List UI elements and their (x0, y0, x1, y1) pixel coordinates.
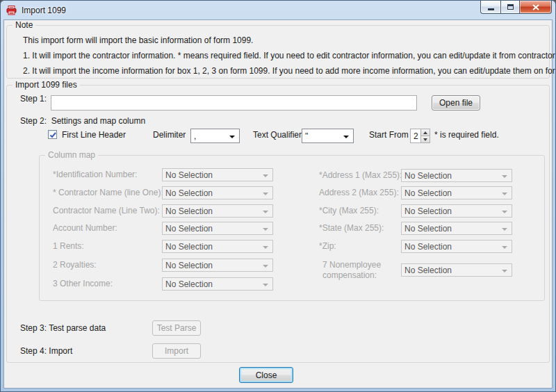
chevron-down-icon (502, 270, 507, 272)
maximize-icon (507, 4, 514, 10)
arrow-down-icon (423, 138, 427, 141)
contractor-name-line-two-label: Contractor Name (Line Two): (53, 206, 160, 216)
chevron-down-icon (229, 136, 235, 138)
royalties-select[interactable]: No Selection (162, 259, 273, 272)
import-1099-window: Import 1099 Note This import form will i… (0, 0, 556, 392)
combo-value: No Selection (404, 188, 452, 198)
close-icon (532, 4, 539, 10)
chevron-down-icon (263, 228, 268, 231)
contractor-name-line-one-select[interactable]: No Selection (162, 186, 273, 199)
step3-label: Step 3: Test parse data (20, 323, 106, 334)
zip-select[interactable]: No Selection (401, 240, 512, 253)
address2-select[interactable]: No Selection (401, 186, 512, 199)
chevron-down-icon (263, 193, 268, 195)
zip-label: *Zip: (319, 241, 336, 252)
combo-value: No Selection (165, 188, 213, 198)
import-button[interactable]: Import (152, 343, 201, 359)
identification-number-select[interactable]: No Selection (162, 168, 273, 181)
column-map-group-label: Column map (45, 150, 98, 161)
first-line-header-checkbox[interactable] (48, 130, 57, 139)
rents-select[interactable]: No Selection (162, 240, 273, 253)
chevron-down-icon (502, 228, 507, 231)
step4-label: Step 4: Import (20, 346, 72, 357)
nonemployee-compensation-select[interactable]: No Selection (401, 263, 512, 277)
chevron-down-icon (502, 211, 507, 213)
chevron-down-icon (263, 174, 268, 177)
note-text: This import form will import the basic i… (23, 33, 542, 79)
city-select[interactable]: No Selection (401, 204, 512, 218)
delimiter-label: Delimiter (153, 130, 186, 140)
chevron-down-icon (263, 284, 268, 286)
state-select[interactable]: No Selection (401, 222, 512, 235)
chevron-down-icon (263, 246, 268, 249)
chevron-down-icon (263, 211, 268, 213)
step2-label: Step 2: Settings and map column (20, 116, 145, 126)
account-number-select[interactable]: No Selection (162, 222, 273, 235)
minimize-button[interactable] (480, 1, 500, 14)
combo-value: No Selection (404, 266, 452, 275)
combo-value: No Selection (404, 242, 452, 252)
other-income-label: 3 Other Income: (53, 279, 113, 289)
contractor-name-line-one-label: * Contractor Name (line One): (53, 188, 163, 198)
combo-value: No Selection (404, 171, 452, 181)
minimize-icon (488, 8, 494, 10)
chevron-down-icon (502, 175, 507, 178)
text-qualifier-label: Text Qualifier (253, 130, 302, 140)
text-qualifier-value: " (305, 131, 308, 141)
combo-value: No Selection (165, 279, 213, 289)
state-label: *State (Max 255): (319, 223, 384, 234)
combo-value: No Selection (165, 261, 213, 270)
close-window-button[interactable] (520, 1, 552, 14)
identification-number-label: *Identification Number: (53, 170, 137, 180)
dialog-body: Note This import form will import the ba… (3, 19, 553, 389)
combo-value: No Selection (404, 206, 452, 216)
address2-label: Address 2 (Max 255): (319, 188, 399, 198)
other-income-select[interactable]: No Selection (162, 277, 273, 291)
note-line-1: This import form will import the basic i… (23, 33, 542, 48)
address1-label: *Address 1 (Max 255): (319, 170, 402, 181)
combo-value: No Selection (404, 224, 452, 234)
file-path-input[interactable] (51, 95, 417, 111)
step1-label: Step 1: (20, 94, 47, 104)
maximize-button[interactable] (500, 1, 520, 14)
combo-value: No Selection (165, 206, 213, 216)
address1-select[interactable]: No Selection (401, 169, 512, 182)
delimiter-value: , (194, 131, 196, 141)
note-group-label: Note (13, 20, 35, 31)
caption-buttons (480, 1, 552, 14)
close-button[interactable]: Close (239, 367, 293, 383)
start-from-line-stepper[interactable]: 2 (410, 129, 430, 143)
chevron-down-icon (502, 193, 507, 195)
open-file-button[interactable]: Open file (432, 95, 480, 111)
chevron-down-icon (343, 136, 349, 138)
start-from-line-value: 2 (414, 131, 418, 141)
combo-value: No Selection (165, 170, 213, 180)
note-group: Note This import form will import the ba… (6, 25, 550, 79)
combo-value: No Selection (165, 224, 213, 234)
royalties-label: 2 Royalties: (53, 260, 97, 270)
chevron-down-icon (502, 246, 507, 249)
chevron-down-icon (263, 265, 268, 268)
text-qualifier-select[interactable]: " (302, 129, 354, 143)
stepper-buttons (420, 129, 430, 142)
delimiter-select[interactable]: , (190, 129, 240, 143)
account-number-label: Account Number: (53, 223, 117, 234)
arrow-up-icon (423, 131, 427, 134)
city-label: *City (Max 255): (319, 206, 379, 216)
stepper-down-button[interactable] (421, 136, 430, 142)
app-icon (6, 5, 17, 16)
window-title: Import 1099 (22, 6, 66, 15)
first-line-header-label: First Line Header (62, 130, 126, 140)
test-parse-button[interactable]: Test Parse (152, 320, 201, 336)
nonemployee-compensation-label: 7 Nonemployee compensation: (322, 260, 395, 281)
note-line-2: 1. It will import the contractor informa… (23, 48, 542, 63)
import-files-group-label: Import 1099 files (13, 80, 80, 90)
titlebar[interactable]: Import 1099 (1, 1, 555, 19)
rents-label: 1 Rents: (53, 241, 84, 252)
stepper-up-button[interactable] (421, 129, 430, 136)
required-field-note: * is required field. (434, 130, 499, 140)
contractor-name-line-two-select[interactable]: No Selection (162, 204, 273, 218)
combo-value: No Selection (165, 242, 213, 252)
check-icon (49, 131, 58, 140)
note-line-3: 2. It will import the income information… (23, 63, 542, 79)
